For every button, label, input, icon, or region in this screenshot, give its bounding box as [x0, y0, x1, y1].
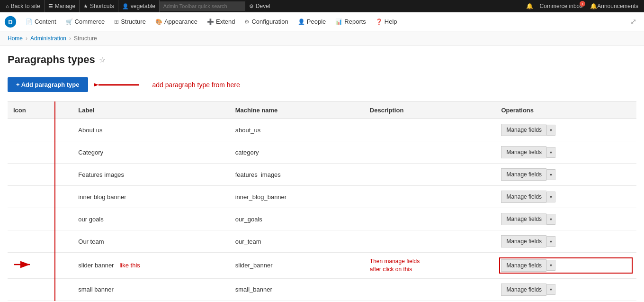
admin-search-input[interactable]: [160, 1, 245, 11]
cell-icon: [8, 208, 72, 230]
drupal-logo[interactable]: D: [4, 15, 17, 28]
table-row: our goalsour_goalsManage fields▾: [8, 208, 636, 230]
back-to-site-link[interactable]: ⌂ Back to site: [2, 0, 44, 12]
manage-link[interactable]: ☰ Manage: [45, 0, 79, 12]
manage-icon: ☰: [48, 3, 53, 9]
cell-operations: Manage fields▾: [495, 253, 636, 279]
nav-appearance[interactable]: 🎨 Appearance: [151, 12, 202, 31]
nav-expand-icon[interactable]: ⤢: [626, 17, 640, 26]
cell-machine-name: our_team: [230, 230, 364, 253]
nav-help[interactable]: ❓ Help: [371, 12, 402, 31]
cell-operations: Manage fields▾: [495, 141, 636, 164]
table-row: inner blog bannerinner_blog_bannerManage…: [8, 186, 636, 208]
manage-fields-button-group: Manage fields▾: [501, 213, 631, 225]
cell-description: [364, 278, 496, 301]
breadcrumb-administration[interactable]: Administration: [30, 35, 66, 42]
table-row: small bannersmall_bannerManage fields▾: [8, 278, 636, 301]
cell-icon: [8, 186, 72, 208]
cell-label: our goals: [72, 208, 229, 230]
col-icon: Icon: [8, 102, 72, 119]
admin-toolbar: ⌂ Back to site ☰ Manage ★ Shortcuts 👤 ve…: [0, 0, 644, 12]
nav-reports-label: Reports: [344, 18, 366, 25]
cell-description: [364, 208, 496, 230]
cell-icon: [8, 141, 72, 164]
nav-configuration-label: Configuration: [251, 18, 288, 25]
manage-fields-button[interactable]: Manage fields: [501, 259, 546, 272]
content-icon: 📄: [26, 18, 33, 25]
col-machine-name: Machine name: [230, 102, 364, 119]
manage-fields-button[interactable]: Manage fields: [501, 168, 546, 181]
nav-structure-label: Structure: [121, 18, 146, 25]
nav-commerce-label: Commerce: [75, 18, 105, 25]
manage-fields-button[interactable]: Manage fields: [501, 124, 546, 136]
cell-label: Features images: [72, 164, 229, 186]
paragraphs-table: Icon Label Machine name Description Oper…: [8, 101, 636, 301]
manage-fields-dropdown-button[interactable]: ▾: [546, 214, 555, 225]
col-description: Description: [364, 102, 496, 119]
manage-fields-button[interactable]: Manage fields: [501, 191, 546, 203]
cell-description: [364, 230, 496, 253]
manage-fields-button-group: Manage fields▾: [501, 235, 631, 247]
page-title: Paragraphs types: [8, 54, 95, 66]
reports-icon: 📊: [335, 18, 342, 25]
manage-fields-button-group: Manage fields▾: [501, 191, 631, 203]
nav-reports[interactable]: 📊 Reports: [331, 12, 371, 31]
manage-fields-button[interactable]: Manage fields: [501, 284, 546, 296]
nav-extend[interactable]: ➕ Extend: [202, 12, 240, 31]
cell-icon: [8, 119, 72, 141]
breadcrumb-sep-1: ›: [26, 35, 27, 42]
cell-operations: Manage fields▾: [495, 119, 636, 141]
appearance-icon: 🎨: [155, 18, 162, 25]
manage-fields-button[interactable]: Manage fields: [501, 235, 546, 247]
manage-fields-dropdown-button[interactable]: ▾: [546, 147, 555, 158]
config-icon: ⚙: [244, 18, 250, 25]
breadcrumb-home[interactable]: Home: [8, 35, 23, 42]
manage-fields-dropdown-button[interactable]: ▾: [546, 125, 555, 136]
help-icon: ❓: [376, 18, 383, 25]
gear-icon: ⚙: [249, 3, 254, 9]
cell-label: slider bannerlike this: [72, 253, 229, 279]
cell-description: [364, 119, 496, 141]
shortcuts-link[interactable]: ★ Shortcuts: [80, 0, 118, 12]
favorite-star-icon[interactable]: ☆: [99, 55, 106, 64]
extend-icon: ➕: [207, 18, 214, 25]
announcements-label: Announcements: [597, 3, 638, 9]
commerce-inbox-link[interactable]: 🔔 1 Commerce inbox: [522, 0, 587, 12]
add-paragraph-type-button[interactable]: + Add paragraph type: [8, 77, 88, 92]
manage-label: Manage: [55, 3, 75, 9]
col-operations: Operations: [495, 102, 636, 119]
manage-fields-dropdown-button[interactable]: ▾: [546, 169, 555, 180]
cell-icon: [8, 278, 72, 301]
nav-configuration[interactable]: ⚙ Configuration: [240, 12, 293, 31]
table-header-row: Icon Label Machine name Description Oper…: [8, 102, 636, 119]
bell-icon: 🔔: [526, 3, 533, 9]
manage-fields-button-group: Manage fields▾: [501, 146, 631, 158]
manage-fields-button[interactable]: Manage fields: [501, 146, 546, 158]
home-icon: ⌂: [6, 3, 9, 9]
nav-content[interactable]: 📄 Content: [21, 12, 61, 31]
nav-structure[interactable]: ⊞ Structure: [109, 12, 151, 31]
table-row: CategorycategoryManage fields▾: [8, 141, 636, 164]
manage-fields-dropdown-button[interactable]: ▾: [546, 260, 555, 271]
breadcrumb: Home › Administration › Structure: [0, 31, 644, 46]
manage-fields-dropdown-button[interactable]: ▾: [546, 284, 555, 295]
cell-operations: Manage fields▾: [495, 230, 636, 253]
devel-link[interactable]: ⚙ Devel: [245, 0, 274, 12]
page-header: Paragraphs types ☆: [0, 46, 644, 70]
manage-fields-button[interactable]: Manage fields: [501, 213, 546, 225]
nav-people[interactable]: 👤 People: [293, 12, 331, 31]
shortcuts-label: Shortcuts: [90, 3, 114, 9]
star-toolbar-icon: ★: [83, 3, 88, 9]
manage-fields-dropdown-button[interactable]: ▾: [546, 192, 555, 202]
main-navigation: D 📄 Content 🛒 Commerce ⊞ Structure 🎨 App…: [0, 12, 644, 31]
commerce-inbox-label: Commerce inbox: [540, 3, 583, 9]
table-row: About usabout_usManage fields▾: [8, 119, 636, 141]
user-label: vegetable: [131, 3, 155, 9]
nav-help-label: Help: [385, 18, 397, 25]
user-link[interactable]: 👤 vegetable: [118, 0, 159, 12]
manage-fields-button-group: Manage fields▾: [501, 284, 631, 296]
announcements-link[interactable]: 🔔 Announcements: [586, 0, 642, 12]
nav-commerce[interactable]: 🛒 Commerce: [61, 12, 110, 31]
cell-icon: [8, 230, 72, 253]
manage-fields-dropdown-button[interactable]: ▾: [546, 236, 555, 247]
